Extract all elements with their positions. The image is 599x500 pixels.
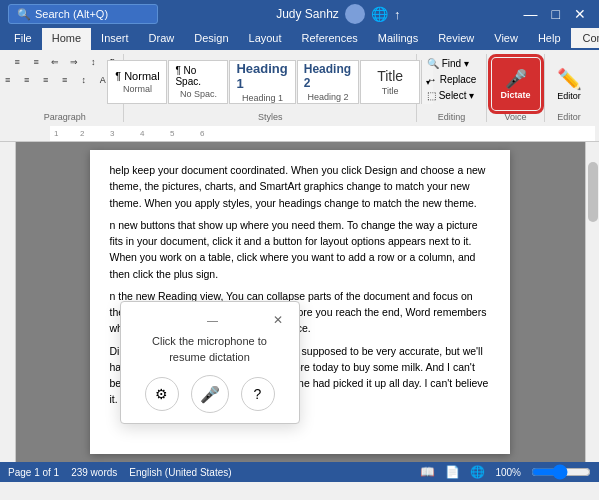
document-page[interactable]: help keep your document coordinated. Whe… — [90, 150, 510, 454]
comments-button[interactable]: Comments — [571, 28, 599, 50]
maximize-button[interactable]: □ — [547, 4, 565, 24]
tab-file[interactable]: File — [4, 28, 42, 50]
view-web-icon[interactable]: 🌐 — [470, 465, 485, 479]
view-print-icon[interactable]: 📄 — [445, 465, 460, 479]
ribbon-right-btns: Comments Share — [571, 28, 599, 50]
ruler-white-area: 1 2 3 4 5 6 — [50, 126, 595, 141]
tab-draw[interactable]: Draw — [139, 28, 185, 50]
page-info: Page 1 of 1 — [8, 467, 59, 478]
mic-large-icon: 🎤 — [505, 68, 527, 90]
editing-label: Editing — [438, 110, 466, 122]
align-left-btn[interactable]: ≡ — [0, 72, 17, 88]
search-placeholder: Search (Alt+Q) — [35, 8, 108, 20]
globe-icon[interactable]: 🌐 — [371, 6, 388, 22]
find-label: Find ▾ — [442, 58, 469, 69]
tab-home[interactable]: Home — [42, 28, 91, 50]
editor-icon: ✏️ — [557, 67, 582, 91]
user-name: Judy Sanhz — [276, 7, 339, 21]
share-icon[interactable]: ↑ — [394, 7, 401, 22]
select-button[interactable]: ⬚ Select ▾ — [423, 88, 481, 103]
replace-icon: ↔ — [427, 74, 437, 85]
line-spacing-btn[interactable]: ↕ — [75, 72, 93, 88]
view-read-icon[interactable]: 📖 — [420, 465, 435, 479]
style-heading2[interactable]: Heading 2 Heading 2 — [297, 60, 359, 104]
status-bar: Page 1 of 1 239 words English (United St… — [0, 462, 599, 482]
dictate-button[interactable]: 🎤 Dictate — [492, 58, 540, 110]
popup-help-button[interactable]: ? — [241, 377, 275, 411]
editor-group: ✏️ Editor Editor — [545, 54, 593, 122]
help-icon: ? — [254, 386, 262, 402]
scrollbar-vertical[interactable] — [585, 142, 599, 462]
editor-label: Editor — [557, 91, 581, 101]
popup-mic-button[interactable]: 🎤 — [191, 375, 229, 413]
popup-controls: ⚙ 🎤 ? — [137, 375, 283, 413]
tab-review[interactable]: Review — [428, 28, 484, 50]
popup-title: Click the microphone to resume dictation — [137, 334, 283, 365]
tab-help[interactable]: Help — [528, 28, 571, 50]
user-avatar — [345, 4, 365, 24]
find-button[interactable]: 🔍 Find ▾ — [423, 56, 481, 71]
tab-insert[interactable]: Insert — [91, 28, 139, 50]
minimize-button[interactable]: — — [519, 4, 543, 24]
select-icon: ⬚ — [427, 90, 436, 101]
dictation-popup: — ✕ Click the microphone to resume dicta… — [120, 301, 300, 424]
title-bar-center: Judy Sanhz 🌐 ↑ — [276, 4, 400, 24]
paragraph-row1: ≡ ≡ ⇐ ⇒ ↕ ¶ — [8, 54, 121, 70]
language: English (United States) — [129, 467, 231, 478]
zoom-slider[interactable] — [531, 466, 591, 478]
paragraph-2: n new buttons that show up where you nee… — [110, 217, 490, 282]
editor-button[interactable]: ✏️ Editor — [551, 63, 588, 105]
paragraph-label: Paragraph — [44, 110, 86, 122]
tab-view[interactable]: View — [484, 28, 528, 50]
popup-minimize[interactable]: — — [207, 312, 218, 329]
align-justify-btn[interactable]: ≡ — [56, 72, 74, 88]
sort-btn[interactable]: ↕ — [84, 54, 102, 70]
title-bar-right: — □ ✕ — [519, 4, 591, 24]
editor-group-label: Editor — [557, 110, 581, 122]
voice-label: Voice — [504, 110, 526, 122]
replace-label: Replace — [440, 74, 477, 85]
style-normal[interactable]: ¶ Normal Normal — [107, 60, 167, 104]
settings-icon: ⚙ — [155, 386, 168, 402]
document-area: help keep your document coordinated. Whe… — [0, 142, 599, 462]
align-center-btn[interactable]: ≡ — [18, 72, 36, 88]
tab-mailings[interactable]: Mailings — [368, 28, 428, 50]
find-icon: 🔍 — [427, 58, 439, 69]
title-bar-left: 🔍 Search (Alt+Q) — [8, 4, 158, 24]
search-icon: 🔍 — [17, 8, 31, 21]
paragraph-1: help keep your document coordinated. Whe… — [110, 162, 490, 211]
styles-group: ¶ Normal Normal ¶ No Spac. No Spac. Head… — [124, 54, 417, 122]
title-bar: 🔍 Search (Alt+Q) Judy Sanhz 🌐 ↑ — □ ✕ — [0, 0, 599, 28]
close-button[interactable]: ✕ — [569, 4, 591, 24]
editing-group: 🔍 Find ▾ ↔ Replace ⬚ Select ▾ Editing — [417, 54, 487, 122]
word-count: 239 words — [71, 467, 117, 478]
ribbon-tab-bar: File Home Insert Draw Design Layout Refe… — [0, 28, 599, 50]
popup-settings-button[interactable]: ⚙ — [145, 377, 179, 411]
tab-design[interactable]: Design — [184, 28, 238, 50]
status-right: 📖 📄 🌐 100% — [420, 465, 591, 479]
style-title[interactable]: Title Title — [360, 60, 420, 104]
align-right-btn[interactable]: ≡ — [37, 72, 55, 88]
left-ruler — [0, 142, 16, 462]
ribbon-content: ≡ ≡ ⇐ ⇒ ↕ ¶ ≡ ≡ ≡ ≡ ↕ A ⊞ Paragraph ¶ No… — [0, 50, 599, 126]
style-no-space[interactable]: ¶ No Spac. No Spac. — [168, 60, 228, 104]
style-heading1[interactable]: Heading 1 Heading 1 — [229, 60, 295, 104]
select-label: Select ▾ — [439, 90, 475, 101]
list-number-btn[interactable]: ≡ — [27, 54, 45, 70]
tab-references[interactable]: References — [292, 28, 368, 50]
dictate-label: Dictate — [501, 90, 531, 100]
zoom-level: 100% — [495, 467, 521, 478]
voice-group: 🎤 Dictate Voice — [487, 54, 545, 122]
indent-increase-btn[interactable]: ⇒ — [65, 54, 83, 70]
styles-label: Styles — [258, 110, 283, 122]
ruler: 1 2 3 4 5 6 — [0, 126, 599, 142]
search-box[interactable]: 🔍 Search (Alt+Q) — [8, 4, 158, 24]
popup-close-button[interactable]: ✕ — [273, 313, 283, 327]
scrollbar-thumb[interactable] — [588, 162, 598, 222]
replace-button[interactable]: ↔ Replace — [423, 72, 481, 87]
tab-layout[interactable]: Layout — [239, 28, 292, 50]
popup-header: — ✕ — [137, 312, 283, 329]
list-bullet-btn[interactable]: ≡ — [8, 54, 26, 70]
indent-decrease-btn[interactable]: ⇐ — [46, 54, 64, 70]
popup-mic-icon: 🎤 — [200, 385, 220, 404]
